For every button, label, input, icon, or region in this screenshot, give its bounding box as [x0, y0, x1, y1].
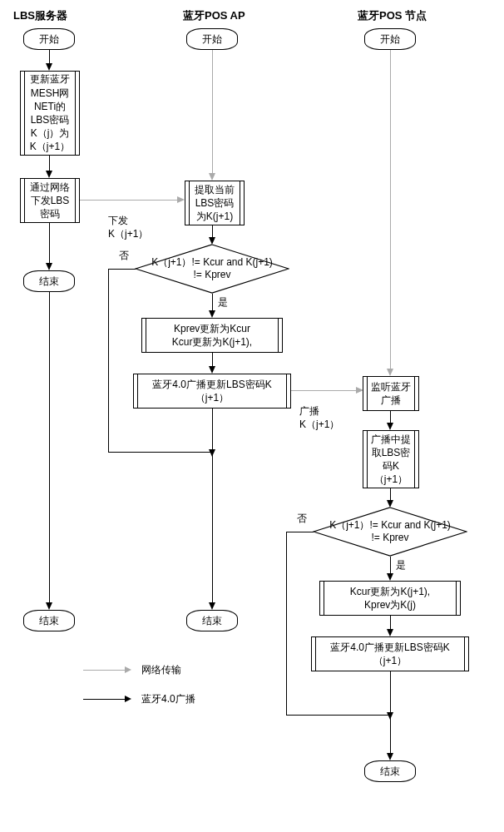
label-no: 否 [119, 250, 129, 263]
label-no: 否 [297, 513, 307, 526]
c1-end2: 结束 [23, 610, 75, 631]
c3-decision-label: K（j+1）!= Kcur and K(j+1) != Kprev [329, 519, 451, 544]
c3-update-kcur-kprev-label: Kcur更新为K(j+1), Kprev为K(j) [350, 585, 430, 612]
c2-broadcast: 蓝牙4.0广播更新LBS密码K （j+1） [133, 374, 291, 409]
arrowhead [46, 263, 52, 270]
c2-end-label: 结束 [202, 614, 222, 628]
arrowhead [387, 629, 393, 636]
c1-update-key-label: 更新蓝牙 MESH网 NETi的 LBS密码 K（j）为 K（j+1） [30, 72, 70, 153]
c3-start-label: 开始 [380, 32, 400, 47]
arrowhead-gray [387, 369, 393, 376]
arrow [49, 156, 50, 172]
c2-extract-key-label: 提取当前 LBS密码 为K(j+1) [195, 183, 235, 224]
label-yes: 是 [396, 559, 406, 572]
c2-decision-label: K（j+1）!= Kcur and K(j+1) != Kprev [151, 256, 273, 281]
arrowhead [46, 63, 52, 71]
c3-broadcast: 蓝牙4.0广播更新LBS密码K （j+1） [311, 636, 469, 671]
c1-update-key: 更新蓝牙 MESH网 NETi的 LBS密码 K（j）为 K（j+1） [20, 71, 80, 156]
legend-bt-label: 蓝牙4.0广播 [141, 693, 195, 706]
arrowhead [387, 753, 393, 760]
c2-broadcast-label: 蓝牙4.0广播更新LBS密码K （j+1） [152, 378, 271, 404]
line [108, 269, 136, 270]
c1-send-key-label: 通过网络 下发LBS 密码 [30, 181, 70, 221]
c3-broadcast-label: 蓝牙4.0广播更新LBS密码K （j+1） [330, 641, 449, 667]
arrowhead [209, 366, 215, 374]
arrowhead [387, 573, 393, 581]
arrow [49, 292, 50, 604]
c3-extract: 广播中提 取LBS密 码K （j+1） [363, 430, 419, 488]
flowchart-canvas: LBS服务器 蓝牙POS AP 蓝牙POS 节点 开始 更新蓝牙 MESH网 N… [8, 8, 496, 824]
arrow [390, 557, 391, 575]
legend-bt-line [83, 699, 125, 700]
arrowhead [209, 449, 215, 457]
c2-end: 结束 [186, 610, 238, 631]
c1-send-key: 通过网络 下发LBS 密码 [20, 178, 80, 223]
c3-update-kcur-kprev: Kcur更新为K(j+1), Kprev为K(j) [319, 581, 461, 616]
arrow-gray [212, 50, 213, 175]
c1-start-label: 开始 [39, 32, 59, 47]
arrow [212, 294, 213, 312]
c2-update-kprev-kcur-label: Kprev更新为Kcur Kcur更新为K(j+1), [172, 322, 252, 349]
line [286, 532, 314, 532]
c3-decision: K（j+1）!= Kcur and K(j+1) != Kprev [313, 507, 467, 557]
c1-end1: 结束 [23, 270, 75, 292]
c3-listen-label: 监听蓝牙 广播 [371, 380, 411, 407]
arrowhead [46, 171, 52, 178]
line [108, 269, 109, 452]
arrow-bt [291, 390, 358, 391]
c3-start: 开始 [364, 28, 416, 50]
line [286, 532, 287, 715]
c2-decision: K（j+1）!= Kcur and K(j+1) != Kprev [135, 244, 289, 294]
legend-network-arrow-icon [125, 666, 131, 673]
arrowhead-gray [209, 173, 215, 181]
c2-start-label: 开始 [202, 32, 222, 47]
arrowhead [387, 423, 393, 430]
column-3-header: 蓝牙POS 节点 [358, 8, 427, 23]
line [108, 452, 212, 453]
arrowhead [387, 712, 393, 720]
c3-end: 结束 [364, 760, 416, 782]
legend-network-label: 网络传输 [141, 664, 181, 677]
c2-extract-key: 提取当前 LBS密码 为K(j+1) [185, 181, 245, 225]
column-2-header: 蓝牙POS AP [183, 8, 245, 23]
arrowhead [209, 310, 215, 318]
arrow-network [80, 200, 179, 201]
arrow-gray [390, 50, 391, 370]
arrow [49, 223, 50, 265]
arrowhead [209, 602, 215, 610]
c1-start: 开始 [23, 28, 75, 50]
legend-bt-arrow-icon [125, 696, 131, 702]
arrowhead-gray [177, 196, 185, 203]
column-1-header: LBS服务器 [13, 8, 67, 23]
arrow [212, 409, 213, 604]
label-yes: 是 [218, 296, 228, 310]
arrowhead [46, 602, 52, 610]
c3-listen: 监听蓝牙 广播 [363, 376, 419, 411]
legend-network-line [83, 670, 125, 671]
line [286, 715, 390, 716]
c1-end1-label: 结束 [39, 275, 59, 289]
c3-extract-label: 广播中提 取LBS密 码K （j+1） [371, 433, 411, 487]
c2-update-kprev-kcur: Kprev更新为Kcur Kcur更新为K(j+1), [141, 318, 283, 353]
label-broadcast-k: 广播 K（j+1） [299, 405, 339, 431]
c1-end2-label: 结束 [39, 614, 59, 628]
label-send-k: 下发 K（j+1） [108, 215, 148, 240]
c3-end-label: 结束 [380, 765, 400, 779]
c2-start: 开始 [186, 28, 238, 50]
